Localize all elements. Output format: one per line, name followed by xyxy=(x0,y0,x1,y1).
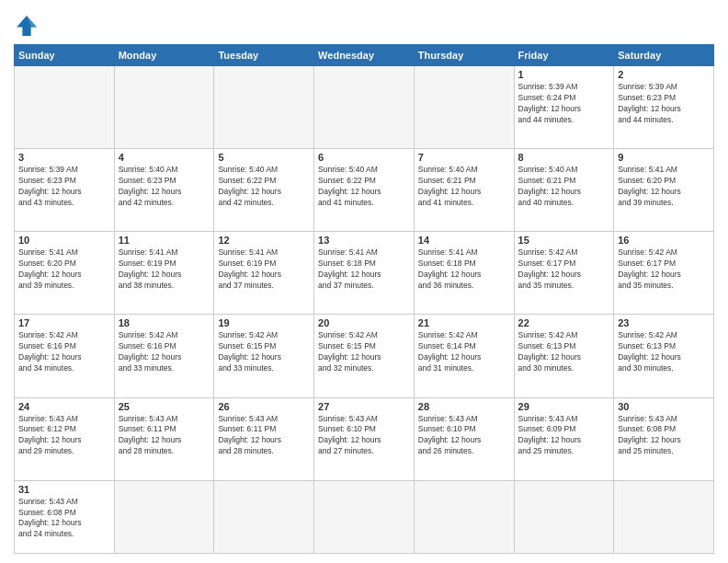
week-row-2: 10Sunrise: 5:41 AM Sunset: 6:20 PM Dayli… xyxy=(15,232,714,315)
weekday-saturday: Saturday xyxy=(614,45,714,66)
day-number: 4 xyxy=(119,152,210,163)
day-cell: 21Sunrise: 5:42 AM Sunset: 6:14 PM Dayli… xyxy=(414,315,514,397)
week-row-3: 17Sunrise: 5:42 AM Sunset: 6:16 PM Dayli… xyxy=(15,315,714,397)
day-cell: 5Sunrise: 5:40 AM Sunset: 6:22 PM Daylig… xyxy=(214,149,314,232)
day-cell: 1Sunrise: 5:39 AM Sunset: 6:24 PM Daylig… xyxy=(514,66,614,149)
day-info: Sunrise: 5:41 AM Sunset: 6:19 PM Dayligh… xyxy=(119,247,210,292)
day-number: 17 xyxy=(18,317,110,328)
day-number: 21 xyxy=(418,317,510,328)
day-cell: 26Sunrise: 5:43 AM Sunset: 6:11 PM Dayli… xyxy=(214,397,314,480)
day-info: Sunrise: 5:43 AM Sunset: 6:08 PM Dayligh… xyxy=(618,414,710,458)
day-number: 3 xyxy=(18,152,110,163)
day-cell: 20Sunrise: 5:42 AM Sunset: 6:15 PM Dayli… xyxy=(314,315,415,397)
day-info: Sunrise: 5:40 AM Sunset: 6:23 PM Dayligh… xyxy=(119,165,210,209)
day-cell: 24Sunrise: 5:43 AM Sunset: 6:12 PM Dayli… xyxy=(15,397,115,480)
day-cell xyxy=(614,480,714,553)
week-row-5: 31Sunrise: 5:43 AM Sunset: 6:08 PM Dayli… xyxy=(15,480,714,553)
page: SundayMondayTuesdayWednesdayThursdayFrid… xyxy=(0,0,728,563)
day-info: Sunrise: 5:43 AM Sunset: 6:10 PM Dayligh… xyxy=(418,414,510,458)
day-info: Sunrise: 5:41 AM Sunset: 6:20 PM Dayligh… xyxy=(18,247,110,292)
day-info: Sunrise: 5:41 AM Sunset: 6:18 PM Dayligh… xyxy=(318,247,410,292)
day-cell: 23Sunrise: 5:42 AM Sunset: 6:13 PM Dayli… xyxy=(614,315,714,397)
day-number: 13 xyxy=(318,235,410,246)
day-cell: 27Sunrise: 5:43 AM Sunset: 6:10 PM Dayli… xyxy=(314,397,415,480)
day-number: 5 xyxy=(218,152,310,163)
day-cell xyxy=(414,480,514,553)
weekday-tuesday: Tuesday xyxy=(214,45,314,66)
day-cell xyxy=(15,66,115,149)
day-info: Sunrise: 5:43 AM Sunset: 6:08 PM Dayligh… xyxy=(18,497,110,541)
day-info: Sunrise: 5:39 AM Sunset: 6:23 PM Dayligh… xyxy=(618,82,710,126)
day-info: Sunrise: 5:40 AM Sunset: 6:21 PM Dayligh… xyxy=(418,165,510,209)
day-info: Sunrise: 5:41 AM Sunset: 6:18 PM Dayligh… xyxy=(418,247,510,292)
day-number: 15 xyxy=(518,235,610,246)
week-row-0: 1Sunrise: 5:39 AM Sunset: 6:24 PM Daylig… xyxy=(15,66,714,149)
day-info: Sunrise: 5:42 AM Sunset: 6:15 PM Dayligh… xyxy=(218,330,310,374)
day-info: Sunrise: 5:41 AM Sunset: 6:20 PM Dayligh… xyxy=(618,165,710,209)
day-number: 18 xyxy=(119,317,210,328)
day-cell: 12Sunrise: 5:41 AM Sunset: 6:19 PM Dayli… xyxy=(214,232,314,315)
day-cell: 19Sunrise: 5:42 AM Sunset: 6:15 PM Dayli… xyxy=(214,315,314,397)
day-number: 29 xyxy=(518,401,610,412)
day-cell xyxy=(214,66,314,149)
day-info: Sunrise: 5:42 AM Sunset: 6:17 PM Dayligh… xyxy=(618,247,710,292)
day-number: 28 xyxy=(418,401,510,412)
day-number: 14 xyxy=(418,235,510,246)
day-info: Sunrise: 5:43 AM Sunset: 6:09 PM Dayligh… xyxy=(518,414,610,458)
day-cell: 18Sunrise: 5:42 AM Sunset: 6:16 PM Dayli… xyxy=(114,315,214,397)
weekday-sunday: Sunday xyxy=(15,45,115,66)
day-number: 20 xyxy=(318,317,410,328)
day-cell xyxy=(314,480,415,553)
day-cell: 14Sunrise: 5:41 AM Sunset: 6:18 PM Dayli… xyxy=(414,232,514,315)
logo xyxy=(14,13,43,39)
day-cell: 17Sunrise: 5:42 AM Sunset: 6:16 PM Dayli… xyxy=(15,315,115,397)
day-cell: 22Sunrise: 5:42 AM Sunset: 6:13 PM Dayli… xyxy=(514,315,614,397)
day-cell: 25Sunrise: 5:43 AM Sunset: 6:11 PM Dayli… xyxy=(114,397,214,480)
day-cell: 31Sunrise: 5:43 AM Sunset: 6:08 PM Dayli… xyxy=(15,480,115,553)
day-info: Sunrise: 5:42 AM Sunset: 6:14 PM Dayligh… xyxy=(418,330,510,374)
calendar: SundayMondayTuesdayWednesdayThursdayFrid… xyxy=(14,44,714,554)
day-cell: 4Sunrise: 5:40 AM Sunset: 6:23 PM Daylig… xyxy=(114,149,214,232)
week-row-4: 24Sunrise: 5:43 AM Sunset: 6:12 PM Dayli… xyxy=(15,397,714,480)
day-info: Sunrise: 5:43 AM Sunset: 6:10 PM Dayligh… xyxy=(318,414,410,458)
day-cell: 10Sunrise: 5:41 AM Sunset: 6:20 PM Dayli… xyxy=(15,232,115,315)
day-info: Sunrise: 5:41 AM Sunset: 6:19 PM Dayligh… xyxy=(218,247,310,292)
day-cell xyxy=(114,66,214,149)
day-info: Sunrise: 5:42 AM Sunset: 6:15 PM Dayligh… xyxy=(318,330,410,374)
day-cell: 16Sunrise: 5:42 AM Sunset: 6:17 PM Dayli… xyxy=(614,232,714,315)
day-info: Sunrise: 5:42 AM Sunset: 6:16 PM Dayligh… xyxy=(119,330,210,374)
day-number: 6 xyxy=(318,152,410,163)
header xyxy=(14,9,714,39)
day-cell: 29Sunrise: 5:43 AM Sunset: 6:09 PM Dayli… xyxy=(514,397,614,480)
day-cell xyxy=(414,66,514,149)
day-number: 27 xyxy=(318,401,410,412)
day-number: 11 xyxy=(119,235,210,246)
day-number: 31 xyxy=(18,484,110,495)
day-cell xyxy=(214,480,314,553)
day-cell xyxy=(514,480,614,553)
day-cell: 9Sunrise: 5:41 AM Sunset: 6:20 PM Daylig… xyxy=(614,149,714,232)
day-info: Sunrise: 5:43 AM Sunset: 6:12 PM Dayligh… xyxy=(18,414,110,458)
weekday-wednesday: Wednesday xyxy=(314,45,415,66)
day-info: Sunrise: 5:40 AM Sunset: 6:21 PM Dayligh… xyxy=(518,165,610,209)
day-info: Sunrise: 5:42 AM Sunset: 6:13 PM Dayligh… xyxy=(518,330,610,374)
day-number: 23 xyxy=(618,317,710,328)
day-info: Sunrise: 5:42 AM Sunset: 6:17 PM Dayligh… xyxy=(518,247,610,292)
day-number: 25 xyxy=(119,401,210,412)
day-number: 19 xyxy=(218,317,310,328)
day-number: 24 xyxy=(18,401,110,412)
week-row-1: 3Sunrise: 5:39 AM Sunset: 6:23 PM Daylig… xyxy=(15,149,714,232)
day-number: 10 xyxy=(18,235,110,246)
day-info: Sunrise: 5:43 AM Sunset: 6:11 PM Dayligh… xyxy=(119,414,210,458)
weekday-friday: Friday xyxy=(514,45,614,66)
day-number: 1 xyxy=(518,69,610,80)
day-cell: 11Sunrise: 5:41 AM Sunset: 6:19 PM Dayli… xyxy=(114,232,214,315)
day-info: Sunrise: 5:39 AM Sunset: 6:24 PM Dayligh… xyxy=(518,82,610,126)
day-number: 7 xyxy=(418,152,510,163)
day-info: Sunrise: 5:40 AM Sunset: 6:22 PM Dayligh… xyxy=(218,165,310,209)
day-info: Sunrise: 5:42 AM Sunset: 6:16 PM Dayligh… xyxy=(18,330,110,374)
day-number: 22 xyxy=(518,317,610,328)
day-number: 12 xyxy=(218,235,310,246)
day-cell: 2Sunrise: 5:39 AM Sunset: 6:23 PM Daylig… xyxy=(614,66,714,149)
day-number: 26 xyxy=(218,401,310,412)
